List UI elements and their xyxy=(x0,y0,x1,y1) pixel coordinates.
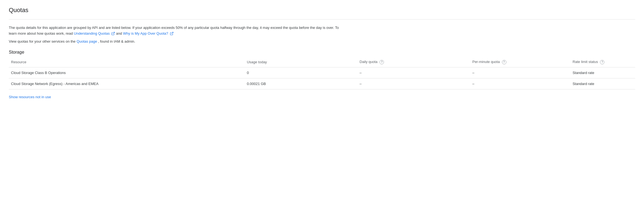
quotas-page-link[interactable]: Quotas page xyxy=(77,39,98,43)
table-cell: Cloud Storage Class B Operations xyxy=(9,67,247,78)
table-cell: Standard rate xyxy=(572,67,635,78)
table-cell: 0.00021 GB xyxy=(247,78,360,89)
understanding-quotas-link[interactable]: Understanding Quotas xyxy=(74,31,116,35)
table-cell: – xyxy=(472,78,572,89)
quotas-table: Resource Usage today Daily quota ? Per-m… xyxy=(9,57,635,89)
table-cell: Cloud Storage Network (Egress) - America… xyxy=(9,78,247,89)
table-cell: Standard rate xyxy=(572,78,635,89)
title-divider xyxy=(9,19,635,20)
table-cell: – xyxy=(472,67,572,78)
perminute-quota-help-icon[interactable]: ? xyxy=(502,60,506,64)
col-header-resource: Resource xyxy=(9,57,247,67)
col-header-perminute-quota: Per-minute quota ? xyxy=(472,57,572,67)
external-link-icon-2 xyxy=(170,32,174,35)
col-header-usage-today: Usage today xyxy=(247,57,360,67)
description-line1: The quota details for this application a… xyxy=(9,25,339,37)
rate-limit-help-icon[interactable]: ? xyxy=(600,60,604,64)
external-link-icon-1 xyxy=(111,32,115,35)
col-header-daily-quota: Daily quota ? xyxy=(360,57,473,67)
table-body: Cloud Storage Class B Operations0––Stand… xyxy=(9,67,635,89)
table-row: Cloud Storage Class B Operations0––Stand… xyxy=(9,67,635,78)
col-header-rate-limit-status: Rate limit status ? xyxy=(572,57,635,67)
table-cell: – xyxy=(360,78,473,89)
table-cell: – xyxy=(360,67,473,78)
table-cell: 0 xyxy=(247,67,360,78)
storage-section-title: Storage xyxy=(9,50,635,55)
show-resources-link[interactable]: Show resources not in use xyxy=(9,95,51,99)
table-header-row: Resource Usage today Daily quota ? Per-m… xyxy=(9,57,635,67)
page-title: Quotas xyxy=(9,7,635,14)
description-line2: View quotas for your other services on t… xyxy=(9,39,339,45)
daily-quota-help-icon[interactable]: ? xyxy=(380,60,384,64)
svg-line-0 xyxy=(113,32,114,34)
table-row: Cloud Storage Network (Egress) - America… xyxy=(9,78,635,89)
svg-line-1 xyxy=(171,32,173,34)
over-quota-link[interactable]: Why is My App Over Quota? xyxy=(123,31,174,35)
